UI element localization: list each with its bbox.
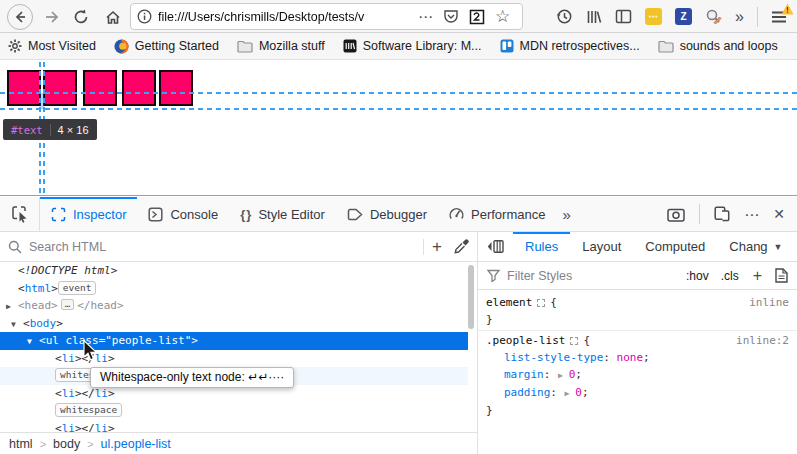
reload-button[interactable] [68,4,94,30]
home-button[interactable] [100,4,126,30]
tab-console[interactable]: Console [137,197,229,231]
list-item-box [7,70,41,106]
page-actions-icon[interactable]: ⋯ [418,9,433,24]
filter-styles-placeholder: Filter Styles [507,269,674,283]
property-name[interactable]: margin [504,368,544,381]
rule-selector[interactable]: .people-list [486,332,565,349]
sidebar-tabs: Rules Layout Computed Chang ▼ [478,232,797,262]
highlighter-infobar: #text 4 × 16 [3,119,97,140]
search-icon [8,240,22,254]
menu-icon[interactable] [771,10,787,24]
bookmark-getting-started[interactable]: Getting Started [114,39,219,54]
rules-view[interactable]: element{inline}.people-list{inline:2list… [478,290,797,454]
markup-row[interactable]: <li></li> [0,350,468,368]
rule-close-brace: } [486,402,789,419]
markup-row[interactable]: ▶<head>…</head> [0,297,468,315]
bookmark-sounds-and-loops[interactable]: sounds and loops [658,39,778,53]
markup-row[interactable]: ▼<body> [0,315,468,333]
close-devtools-icon[interactable]: ✕ [773,207,785,221]
add-rule-button[interactable]: + [753,267,762,285]
markup-scrollbar[interactable] [468,265,474,329]
pocket-icon[interactable] [443,9,459,24]
tab-performance[interactable]: Performance [438,197,556,231]
tabs-overflow-icon[interactable]: » [556,197,576,231]
rule-source-link[interactable]: inline:2 [736,332,789,349]
eyedropper-icon[interactable] [454,239,469,254]
list-item-box [122,70,156,106]
screenshot-extension-icon[interactable] [469,9,485,25]
rule-source-link[interactable]: inline [749,294,789,311]
bookmark-mozilla-stuff[interactable]: Mozilla stuff [237,39,325,53]
add-node-button[interactable]: + [432,237,442,257]
bookmark-mdn-retrospectives[interactable]: MDN retrospectives... [500,39,640,53]
css-declaration[interactable]: padding: ▶ 0; [486,384,789,402]
breadcrumb-item[interactable]: html [9,437,33,451]
tab-computed[interactable]: Computed [633,232,717,261]
pseudo-class-button[interactable]: :hov [686,269,709,283]
property-value[interactable]: none [617,351,644,364]
toolbar-overflow-icon[interactable]: » [735,9,744,25]
search-edit-extension-icon[interactable] [705,8,722,25]
expand-value-icon[interactable]: ▶ [565,389,575,398]
folder-icon [658,40,674,53]
bookmark-software-library[interactable]: Software Library: M... [343,39,482,53]
tab-debugger[interactable]: Debugger [336,197,438,231]
property-name[interactable]: padding [504,386,550,399]
tab-changes[interactable]: Chang [717,232,779,261]
sidebar-toggle-icon[interactable] [615,9,632,24]
extension-dots-icon[interactable]: ⋯ [645,8,662,25]
screenshot-icon[interactable] [667,207,685,222]
search-html-bar[interactable]: Search HTML + [0,232,477,262]
filter-styles-bar[interactable]: Filter Styles :hov .cls + [478,262,797,290]
markup-view[interactable]: <!DOCTYPE html><html>event▶<head>…</head… [0,262,477,432]
rule-selector[interactable]: element [486,294,532,311]
tab-rules[interactable]: Rules [513,232,570,261]
responsive-design-icon[interactable] [714,206,730,222]
breadcrumb-item[interactable]: ul.people-list [101,437,171,451]
css-rule[interactable]: .people-list{inline:2list-style-type: no… [478,330,797,421]
breadcrumb-item[interactable]: body [53,437,80,451]
pick-element-button[interactable] [0,197,40,231]
breadcrumb[interactable]: html>body>ul.people-list [0,432,477,454]
markup-row[interactable]: whitespace [0,402,468,420]
highlighter-guide-bottom [0,108,797,110]
markup-token: : [603,351,616,364]
tab-layout[interactable]: Layout [570,232,633,261]
devtools-menu-icon[interactable]: ⋯ [744,207,759,222]
markup-token: html [25,282,52,295]
collapse-arrow-icon[interactable]: ▼ [11,316,23,334]
markup-row-selected[interactable]: ▼<ul class="people-list"> [0,332,468,350]
site-info-icon[interactable] [137,9,152,24]
node-badge[interactable]: whitespace [55,403,122,417]
back-button[interactable] [7,4,33,30]
selector-highlighter-icon[interactable] [537,299,545,307]
zotero-icon[interactable]: Z [675,8,692,25]
print-media-icon[interactable] [775,268,788,283]
url-text[interactable]: file:///Users/chrismills/Desktop/tests/v [158,10,416,24]
selector-highlighter-icon[interactable] [570,337,578,345]
library-icon[interactable] [586,9,602,25]
expand-value-icon[interactable]: ▶ [558,371,568,380]
expand-arrow-icon[interactable]: ▶ [6,298,18,316]
tab-style-editor[interactable]: { } Style Editor [229,197,336,231]
markup-row[interactable]: <html>event [0,280,468,298]
css-declaration[interactable]: margin: ▶ 0; [486,366,789,384]
bookmark-star-icon[interactable]: ☆ [495,8,510,25]
sidebar-collapse-icon[interactable] [478,232,513,261]
node-badge[interactable]: event [58,281,97,295]
markup-row[interactable]: <li></li> [0,420,468,433]
history-icon[interactable] [556,8,573,25]
markup-token: < [55,352,62,365]
class-toggle-button[interactable]: .cls [721,269,739,283]
markup-row[interactable]: <!DOCTYPE html> [0,262,468,280]
forward-button[interactable] [38,4,64,30]
property-name[interactable]: list-style-type [504,351,603,364]
tab-inspector[interactable]: Inspector [40,197,137,231]
markup-token: li [95,422,108,433]
bookmark-most-visited[interactable]: Most Visited [8,39,96,53]
css-rule[interactable]: element{inline} [478,293,797,330]
url-bar[interactable]: file:///Users/chrismills/Desktop/tests/v… [130,3,523,30]
collapse-arrow-icon[interactable]: ▼ [27,333,39,351]
css-declaration[interactable]: list-style-type: none; [486,349,789,366]
property-value[interactable]: 0 [575,386,582,399]
